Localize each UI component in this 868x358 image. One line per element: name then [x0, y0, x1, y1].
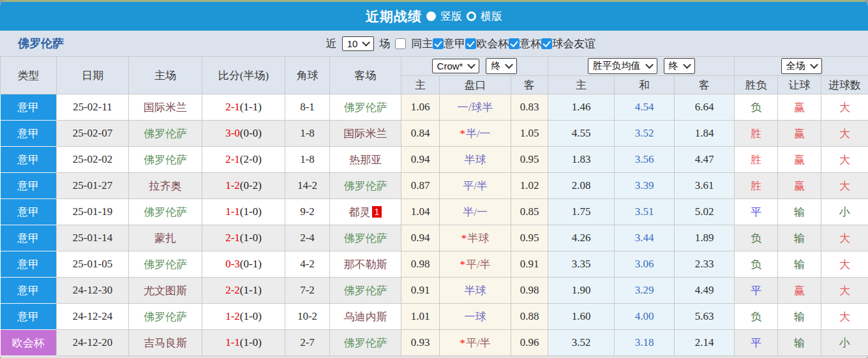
horizontal-layout-radio[interactable]	[467, 11, 476, 21]
match-type-badge: 欧会杯	[1, 330, 57, 356]
away-team-name[interactable]: 国际米兰	[344, 128, 387, 140]
score-cell: 2-2(1-1)	[202, 278, 285, 304]
chevron-down-icon	[362, 38, 370, 47]
corner-count: 1-8	[285, 147, 330, 173]
handicap-odds-away: 0.95	[511, 147, 548, 173]
home-team-name[interactable]: 佛罗伦萨	[144, 154, 187, 166]
checkbox-coppa-italia[interactable]	[509, 38, 520, 49]
away-team-name[interactable]: 都灵	[349, 206, 371, 218]
handicap-odds-away: 0.88	[511, 304, 548, 330]
vertical-layout-radio[interactable]	[426, 11, 436, 21]
handicap-cover-result: 赢	[778, 121, 821, 147]
avg-time-select[interactable]: 终	[664, 58, 695, 74]
match-row: 意甲 25-01-14 蒙扎 2-1(1-0) 2-4 佛罗伦萨 0.94 *半…	[1, 225, 868, 251]
home-team-cell: 吉马良斯	[129, 330, 202, 356]
home-team-name[interactable]: 佛罗伦萨	[144, 258, 187, 271]
score-cell: 1-1(1-0)	[202, 330, 285, 356]
avg-odds-draw: 3.06	[615, 251, 675, 278]
match-type-badge: 意甲	[1, 199, 57, 225]
home-team-name[interactable]: 蒙扎	[154, 232, 176, 244]
checkbox-conference-league[interactable]	[465, 38, 476, 49]
vertical-layout-label[interactable]: 竖版	[440, 9, 462, 24]
home-team-name[interactable]: 佛罗伦萨	[144, 206, 187, 218]
chevron-down-icon	[683, 61, 691, 69]
handicap-odds-away: 1.02	[511, 173, 548, 199]
halftime-score: (1-0)	[240, 232, 262, 244]
checkbox-serie-a[interactable]	[433, 38, 444, 49]
team-name[interactable]: 佛罗伦萨	[18, 36, 64, 51]
match-date: 25-02-07	[57, 121, 129, 147]
away-team-name[interactable]: 佛罗伦萨	[344, 337, 387, 349]
corner-count: 2-7	[285, 330, 330, 356]
away-team-name[interactable]: 佛罗伦萨	[344, 232, 387, 244]
horizontal-layout-label[interactable]: 横版	[481, 9, 502, 24]
fulltime-score: 2-1	[225, 153, 240, 165]
corner-count: 9-2	[285, 199, 330, 225]
handicap-line-cell: 平/半	[440, 173, 511, 199]
away-team-cell: 乌迪内斯	[330, 304, 401, 330]
fulltime-score: 2-2	[225, 284, 240, 296]
goals-over-under: 小	[821, 330, 868, 356]
home-team-cell: 尤文图斯	[129, 278, 202, 304]
handicap-line: 半/一	[466, 128, 491, 140]
away-team-name[interactable]: 佛罗伦萨	[344, 285, 387, 297]
score-cell: 1-2(1-0)	[202, 304, 285, 330]
away-team-name[interactable]: 佛罗伦萨	[344, 180, 387, 192]
goals-over-under: 小	[821, 199, 868, 225]
away-team-name[interactable]: 热那亚	[349, 154, 382, 166]
home-team-name[interactable]: 佛罗伦萨	[144, 311, 187, 323]
match-type-badge: 意甲	[1, 225, 57, 251]
handicap-line-cell: 半球	[440, 278, 511, 304]
handicap-line: 半球	[465, 154, 486, 166]
score-cell: 2-1(1-1)	[202, 94, 285, 121]
period-value: 全场	[786, 60, 805, 72]
away-team-name[interactable]: 那不勒斯	[344, 258, 387, 271]
avg-odds-away: 2.33	[675, 251, 735, 278]
avg-odds-select[interactable]: 胜平负均值	[588, 58, 657, 74]
match-type-badge: 意甲	[1, 278, 57, 304]
match-type-badge: 意甲	[1, 304, 57, 330]
period-select[interactable]: 全场	[781, 58, 822, 74]
recent-count-select[interactable]: 10	[342, 36, 375, 51]
home-team-name[interactable]: 吉马良斯	[144, 337, 187, 349]
avg-odds-home: 1.90	[548, 278, 615, 304]
handicap-star-marker: *	[460, 128, 465, 140]
match-type-badge: 意甲	[1, 121, 57, 147]
handicap-line-cell: 一/球半	[440, 94, 511, 121]
handicap-odds-home: 0.91	[401, 278, 440, 304]
result-group-header: 全场	[735, 57, 868, 76]
checkbox-club-friendly[interactable]	[541, 38, 552, 49]
avg-odds-away: 4.47	[675, 147, 735, 173]
fulltime-score: 0-3	[225, 258, 240, 270]
home-team-name[interactable]: 尤文图斯	[144, 285, 187, 297]
col-header-handicap-line: 盘口	[440, 76, 511, 94]
home-team-name[interactable]: 佛罗伦萨	[144, 128, 187, 140]
col-header-corner: 角球	[285, 57, 330, 94]
handicap-odds-home: 1.01	[401, 304, 440, 330]
avg-odds-group-header: 胜平负均值 终	[548, 57, 735, 76]
handicap-cover-result: 输	[778, 225, 821, 251]
avg-odds-home: 3.35	[548, 251, 615, 278]
goals-over-under: 大	[821, 121, 868, 147]
match-row: 意甲 25-02-07 佛罗伦萨 3-0(0-0) 1-8 国际米兰 0.84 …	[1, 121, 868, 147]
match-row: 欧会杯 24-12-20 吉马良斯 1-1(1-0) 2-7 佛罗伦萨 0.93…	[1, 330, 868, 356]
recent-prefix-label: 近	[326, 36, 337, 51]
same-home-checkbox[interactable]	[395, 38, 406, 49]
home-team-name[interactable]: 拉齐奥	[149, 180, 182, 192]
handicap-cover-result: 输	[778, 330, 821, 356]
handicap-odds-away: 0.95	[511, 225, 548, 251]
match-date: 25-01-05	[57, 251, 129, 278]
match-result: 平	[735, 278, 778, 304]
handicap-time-select[interactable]: 终	[486, 58, 517, 74]
halftime-score: (0-2)	[240, 179, 262, 191]
label-club-friendly: 球会友谊	[552, 36, 595, 51]
home-team-name[interactable]: 国际米兰	[144, 101, 187, 114]
halftime-score: (1-0)	[240, 310, 262, 322]
avg-odds-away: 6.64	[675, 94, 735, 121]
col-header-avg-home: 主	[548, 76, 615, 94]
away-team-name[interactable]: 佛罗伦萨	[344, 101, 387, 114]
odds-provider-select[interactable]: Crow*	[432, 59, 480, 73]
handicap-line: 半/一	[463, 206, 488, 218]
handicap-odds-home: 0.84	[401, 121, 440, 147]
away-team-name[interactable]: 乌迪内斯	[344, 311, 387, 323]
